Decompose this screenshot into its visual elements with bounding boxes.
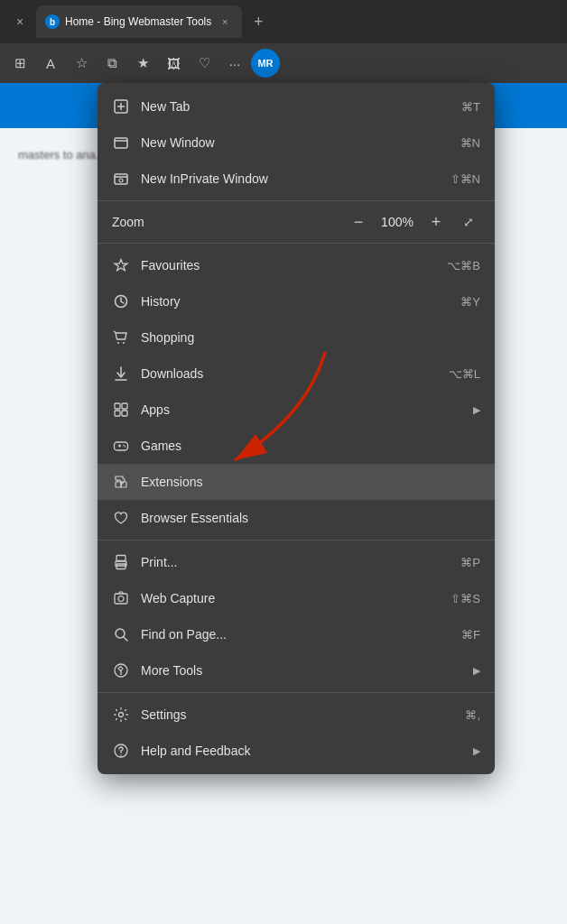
browser-essentials-label: Browser Essentials [141,511,480,525]
svg-rect-24 [121,482,126,487]
svg-point-22 [125,446,126,448]
new-window-shortcut: ⌘N [460,136,480,150]
shopping-icon [112,328,130,346]
extensions-label: Extensions [141,475,480,489]
svg-rect-26 [116,564,125,569]
svg-point-9 [117,342,119,344]
menu-item-downloads[interactable]: Downloads ⌥⌘L [98,356,495,392]
menu-item-print[interactable]: Print... ⌘P [98,544,495,580]
menu-item-inprivate[interactable]: New InPrivate Window ⇧⌘N [98,161,495,197]
svg-point-35 [120,754,122,756]
downloads-label: Downloads [141,366,438,381]
web-capture-shortcut: ⇧⌘S [451,592,480,605]
tab-title: Home - Bing Webmaster Tools [65,15,211,28]
settings-shortcut: ⌘, [465,708,480,722]
tab-close-icon[interactable]: × [217,14,233,30]
profile-button[interactable]: MR [251,49,280,78]
games-label: Games [141,439,480,453]
menu-item-more-tools[interactable]: More Tools ▶ [98,652,495,688]
menu-item-apps[interactable]: Apps ▶ [98,392,495,428]
zoom-row: Zoom − 100% + ⤢ [98,205,495,239]
browser-toolbar: ⊞ A ☆ ⧉ ★ 🖼 ♡ ··· MR [0,43,567,83]
menu-item-help-feedback[interactable]: Help and Feedback ▶ [98,733,495,769]
svg-rect-25 [116,556,125,561]
new-tab-icon [112,97,130,116]
downloads-shortcut: ⌥⌘L [449,367,480,381]
favourites-shortcut: ⌥⌘B [447,259,480,273]
zoom-label: Zoom [112,215,166,229]
new-tab-label: New Tab [141,99,451,114]
print-shortcut: ⌘P [460,556,480,569]
tab-favicon: b [45,14,60,29]
menu-item-settings[interactable]: Settings ⌘, [98,697,495,733]
context-menu: New Tab ⌘T New Window ⌘N New InPrivate W… [98,83,495,774]
svg-point-21 [123,445,125,447]
divider-3 [98,540,495,541]
help-feedback-icon [112,742,130,760]
print-icon [112,553,130,571]
menu-item-find-on-page[interactable]: Find on Page... ⌘F [98,616,495,652]
new-tab-button[interactable]: + [246,9,271,34]
svg-point-10 [123,342,125,344]
svg-line-11 [114,331,116,333]
profile-initials: MR [257,58,273,69]
split-tab-icon[interactable]: ⊞ [5,49,34,78]
help-feedback-arrow-icon: ▶ [473,745,480,757]
history-shortcut: ⌘Y [460,295,480,309]
menu-item-extensions[interactable]: Extensions [98,464,495,500]
window-close-button[interactable]: × [7,9,33,34]
more-options-icon[interactable]: ··· [220,49,249,78]
settings-icon [112,706,130,724]
inprivate-shortcut: ⇧⌘N [451,172,480,186]
extensions-icon [112,473,130,491]
more-tools-label: More Tools [141,663,459,678]
menu-item-games[interactable]: Games [98,428,495,464]
svg-point-7 [119,179,123,182]
history-label: History [141,294,450,309]
tab-groups-icon[interactable]: ⧉ [98,49,126,78]
divider-2 [98,243,495,244]
downloads-icon [112,365,130,383]
menu-item-web-capture[interactable]: Web Capture ⇧⌘S [98,580,495,616]
web-capture-icon [112,589,130,607]
zoom-minus-button[interactable]: − [347,210,370,234]
help-feedback-label: Help and Feedback [141,744,459,758]
browser-essentials-icon [112,509,130,527]
menu-item-browser-essentials[interactable]: Browser Essentials [98,500,495,536]
settings-label: Settings [141,707,454,722]
svg-rect-23 [116,482,121,487]
menu-item-new-tab[interactable]: New Tab ⌘T [98,88,495,125]
inprivate-icon [112,170,130,188]
browser-essentials-toolbar-icon[interactable]: ♡ [190,49,218,78]
svg-rect-16 [115,411,120,416]
menu-item-history[interactable]: History ⌘Y [98,283,495,319]
svg-point-29 [118,596,124,602]
svg-point-33 [119,713,124,717]
svg-point-27 [125,563,125,564]
active-tab[interactable]: b Home - Bing Webmaster Tools × [36,5,242,38]
games-icon [112,437,130,455]
favourites-label: Favourites [141,258,436,273]
more-tools-arrow-icon: ▶ [473,665,480,677]
print-label: Print... [141,555,450,569]
svg-rect-28 [115,594,127,604]
menu-item-favourites[interactable]: Favourites ⌥⌘B [98,247,495,283]
zoom-plus-button[interactable]: + [424,210,448,234]
new-window-icon [112,134,130,152]
collections-icon[interactable]: ★ [128,49,157,78]
svg-rect-14 [115,403,120,409]
menu-item-shopping[interactable]: Shopping [98,319,495,356]
find-on-page-shortcut: ⌘F [461,628,480,642]
zoom-fullscreen-button[interactable]: ⤢ [457,210,480,234]
web-capture-label: Web Capture [141,591,440,605]
zoom-controls: − 100% + ⤢ [347,210,480,234]
apps-icon [112,401,130,419]
menu-item-new-window[interactable]: New Window ⌘N [98,125,495,161]
new-tab-shortcut: ⌘T [461,100,480,114]
screenshot-icon[interactable]: 🖼 [159,49,188,78]
zoom-value: 100% [379,215,415,229]
svg-rect-3 [115,138,127,148]
reader-mode-icon[interactable]: A [36,49,65,78]
inprivate-label: New InPrivate Window [141,171,440,186]
favourites-toolbar-icon[interactable]: ☆ [67,49,96,78]
